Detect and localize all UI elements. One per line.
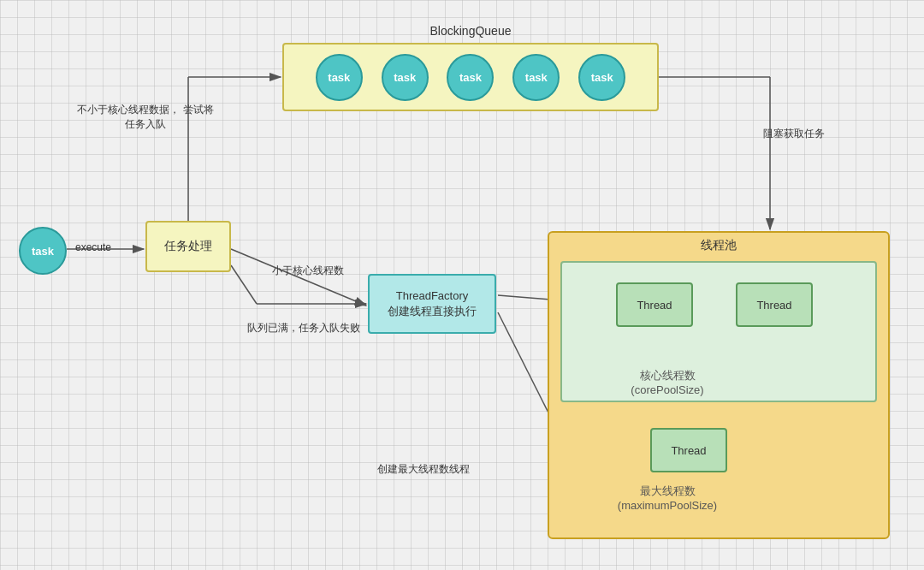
bq-task-4: task [512,54,560,101]
label-create-max: 创建最大线程数线程 [359,462,488,477]
label-blocking-get: 阻塞获取任务 [751,127,837,141]
blocking-queue-label: BlockingQueue [299,24,642,38]
label-queue-full: 队列已满，任务入队失败 [244,321,364,335]
canvas: BlockingQueue task task task task task t… [0,0,924,570]
thread-box-2: Thread [736,282,813,327]
thread-box-1: Thread [616,282,693,327]
bq-task-5: task [578,54,625,101]
task-process-box: 任务处理 [145,221,231,272]
bq-task-2: task [382,54,429,101]
max-thread-box: Thread [650,428,727,472]
bq-task-1: task [316,54,363,101]
label-less-core: 小于核心线程数 [252,264,364,278]
max-pool-label: 最大线程数 (maximumPoolSize) [582,484,753,512]
execute-label: execute [75,241,111,253]
task-node: task [19,227,67,275]
label-enqueue: 不小于核心线程数据， 尝试将任务入队 [77,103,214,132]
thread-pool-label: 线程池 [650,238,787,253]
blocking-queue-box: task task task task task [282,43,659,111]
core-pool-label: 核心线程数 (corePoolSize) [582,368,753,396]
bq-task-3: task [447,54,494,101]
thread-factory-box: ThreadFactory 创建线程直接执行 [368,274,496,334]
